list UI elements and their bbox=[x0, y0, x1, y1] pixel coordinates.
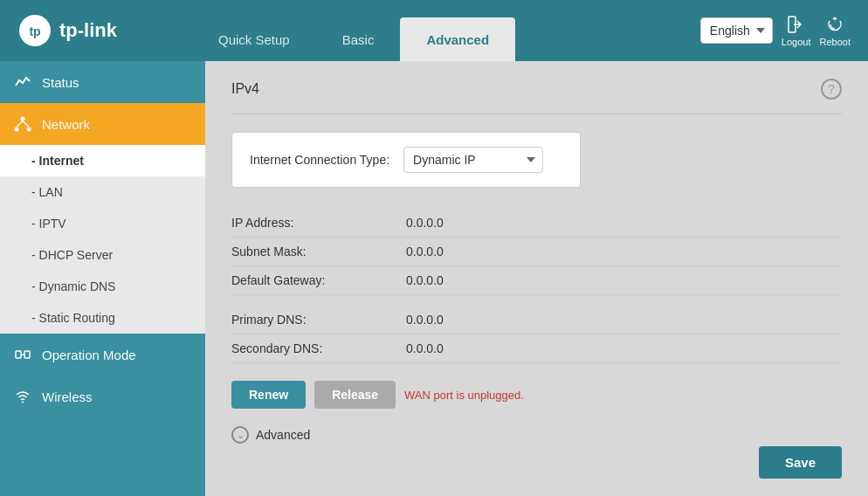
sidebar-sub-internet[interactable]: - Internet bbox=[0, 145, 205, 176]
logout-label: Logout bbox=[782, 37, 811, 47]
sidebar-sub-dhcp[interactable]: - DHCP Server bbox=[0, 239, 205, 271]
section-header: IPv4 ? bbox=[231, 79, 842, 100]
content-inner: IPv4 ? Internet Connection Type: Dynamic… bbox=[205, 61, 868, 461]
connection-type-row: Internet Connection Type: Dynamic IP Sta… bbox=[250, 147, 562, 173]
svg-line-6 bbox=[17, 121, 23, 127]
svg-point-5 bbox=[27, 127, 31, 132]
sidebar-item-operation-mode[interactable]: Operation Mode bbox=[0, 334, 205, 375]
wireless-icon bbox=[14, 388, 31, 405]
status-icon bbox=[14, 73, 31, 91]
secondary-dns-value: 0.0.0.0 bbox=[406, 341, 444, 355]
info-section: IP Address: 0.0.0.0 Subnet Mask: 0.0.0.0… bbox=[231, 209, 842, 363]
warning-message: WAN port is unplugged. bbox=[404, 389, 524, 402]
secondary-dns-row: Secondary DNS: 0.0.0.0 bbox=[231, 334, 842, 363]
language-select[interactable]: English bbox=[700, 17, 773, 44]
logo-text: tp-link bbox=[59, 19, 117, 42]
secondary-dns-label: Secondary DNS: bbox=[231, 341, 406, 355]
primary-dns-value: 0.0.0.0 bbox=[406, 313, 444, 327]
release-button[interactable]: Release bbox=[314, 381, 396, 409]
chevron-down-icon: ⌄ bbox=[231, 426, 249, 444]
reboot-icon bbox=[824, 14, 845, 35]
default-gateway-row: Default Gateway: 0.0.0.0 bbox=[231, 266, 842, 295]
connection-type-label: Internet Connection Type: bbox=[250, 153, 389, 167]
operation-icon bbox=[14, 346, 31, 363]
content-area: IPv4 ? Internet Connection Type: Dynamic… bbox=[205, 61, 868, 496]
subnet-mask-row: Subnet Mask: 0.0.0.0 bbox=[231, 238, 842, 266]
sidebar-item-operation-label: Operation Mode bbox=[42, 348, 136, 362]
tab-quick-setup[interactable]: Quick Setup bbox=[192, 17, 316, 61]
ip-address-value: 0.0.0.0 bbox=[406, 216, 444, 230]
sidebar-item-wireless[interactable]: Wireless bbox=[0, 375, 205, 417]
divider bbox=[231, 114, 842, 114]
logout-icon bbox=[786, 14, 807, 35]
sidebar-item-network[interactable]: Network bbox=[0, 103, 205, 145]
help-icon[interactable]: ? bbox=[821, 79, 842, 100]
network-icon bbox=[14, 115, 31, 133]
nav-tabs: Quick Setup Basic Advanced bbox=[192, 0, 700, 61]
sidebar-sub-menu: - Internet - LAN - IPTV - DHCP Server - … bbox=[0, 145, 205, 334]
save-button[interactable]: Save bbox=[759, 446, 842, 479]
action-buttons: Renew Release WAN port is unplugged. bbox=[231, 381, 842, 409]
ip-address-label: IP Address: bbox=[231, 216, 406, 230]
advanced-toggle[interactable]: ⌄ Advanced bbox=[231, 426, 842, 444]
advanced-toggle-label: Advanced bbox=[256, 428, 310, 442]
primary-dns-label: Primary DNS: bbox=[231, 313, 406, 327]
reboot-label: Reboot bbox=[820, 37, 851, 47]
sidebar: Status Network - Internet - LAN - IPTV bbox=[0, 61, 205, 496]
header-right: English Logout Reboot bbox=[700, 14, 851, 47]
sidebar-sub-static-routing[interactable]: - Static Routing bbox=[0, 302, 205, 334]
sidebar-sub-dynamic-dns[interactable]: - Dynamic DNS bbox=[0, 271, 205, 302]
default-gateway-value: 0.0.0.0 bbox=[406, 273, 444, 287]
sidebar-sub-lan[interactable]: - LAN bbox=[0, 176, 205, 208]
default-gateway-label: Default Gateway: bbox=[231, 273, 406, 287]
svg-rect-8 bbox=[16, 351, 21, 358]
logout-button[interactable]: Logout bbox=[782, 14, 811, 47]
subnet-mask-value: 0.0.0.0 bbox=[406, 245, 444, 258]
reboot-button[interactable]: Reboot bbox=[820, 14, 851, 47]
spacer bbox=[231, 295, 842, 306]
svg-point-11 bbox=[22, 402, 24, 403]
connection-type-box: Internet Connection Type: Dynamic IP Sta… bbox=[231, 132, 581, 188]
svg-point-4 bbox=[15, 127, 19, 132]
sidebar-item-wireless-label: Wireless bbox=[42, 389, 93, 404]
sidebar-item-status-label: Status bbox=[42, 75, 79, 90]
sidebar-item-network-label: Network bbox=[42, 117, 90, 132]
svg-point-3 bbox=[21, 117, 25, 121]
svg-rect-9 bbox=[24, 351, 30, 358]
svg-line-7 bbox=[23, 121, 29, 127]
tplink-logo-icon: tp bbox=[17, 13, 52, 48]
main-layout: Status Network - Internet - LAN - IPTV bbox=[0, 61, 868, 496]
svg-text:tp: tp bbox=[29, 24, 40, 38]
renew-button[interactable]: Renew bbox=[231, 381, 306, 409]
sidebar-item-status[interactable]: Status bbox=[0, 61, 205, 103]
tab-advanced[interactable]: Advanced bbox=[400, 17, 515, 61]
primary-dns-row: Primary DNS: 0.0.0.0 bbox=[231, 306, 842, 334]
tab-basic[interactable]: Basic bbox=[316, 17, 401, 61]
sidebar-sub-iptv[interactable]: - IPTV bbox=[0, 208, 205, 239]
header: tp tp-link Quick Setup Basic Advanced En… bbox=[0, 0, 868, 61]
subnet-mask-label: Subnet Mask: bbox=[231, 245, 406, 258]
ip-address-row: IP Address: 0.0.0.0 bbox=[231, 209, 842, 238]
section-title-text: IPv4 bbox=[231, 81, 259, 97]
connection-type-select[interactable]: Dynamic IP Static IP PPPoE L2TP PPTP bbox=[403, 147, 543, 173]
logo: tp tp-link bbox=[17, 13, 192, 48]
